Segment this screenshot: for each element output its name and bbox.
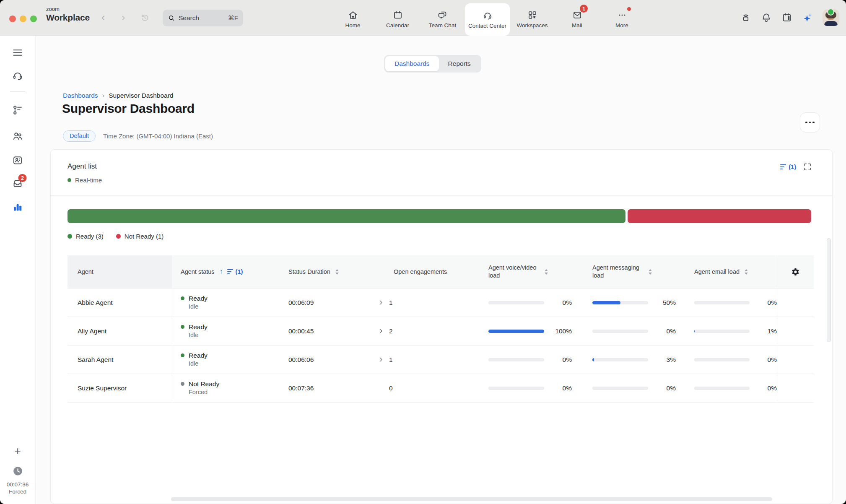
- sidebar-divider: [10, 91, 25, 92]
- search-shortcut: ⌘F: [228, 14, 238, 22]
- hamburger-menu-icon[interactable]: [12, 47, 23, 58]
- mail-icon: [572, 10, 582, 20]
- zoom-window-button[interactable]: [30, 16, 37, 22]
- nav-more[interactable]: More: [599, 3, 644, 35]
- timezone-label: Time Zone: (GMT-04:00) Indiana (East): [103, 132, 213, 140]
- widget-actions: (1): [780, 162, 812, 171]
- tab-dashboards[interactable]: Dashboards: [385, 56, 439, 71]
- expand-engagements-icon[interactable]: [378, 356, 384, 363]
- sort-ascending-icon[interactable]: ↑: [220, 268, 223, 275]
- breadcrumb: Dashboards › Supervisor Dashboard: [63, 91, 173, 100]
- widget-divider: [51, 195, 832, 196]
- status-column-filter[interactable]: (1): [227, 268, 243, 275]
- page-more-options-button[interactable]: [800, 112, 820, 132]
- nav-calendar[interactable]: Calendar: [375, 3, 420, 35]
- workspaces-icon: [527, 10, 537, 20]
- vertical-scrollbar[interactable]: [827, 238, 831, 342]
- agent-status-stacked-bar: [67, 209, 811, 223]
- sort-carets-icon[interactable]: [649, 269, 652, 275]
- voice-load-bar: 100%: [488, 327, 583, 335]
- col-voice-load[interactable]: Agent voice/video load: [488, 264, 540, 280]
- messaging-load-bar: 3%: [592, 356, 685, 364]
- nav-mail[interactable]: Mail 1: [555, 3, 599, 35]
- status-label: Forced: [9, 488, 26, 495]
- legend-not-ready: Not Ready (1): [116, 233, 163, 240]
- nav-contact-center[interactable]: Contact Center: [465, 3, 510, 36]
- default-badge: Default: [63, 130, 96, 142]
- history-icon[interactable]: [140, 13, 150, 24]
- notifications-bell-icon[interactable]: [761, 12, 772, 23]
- expand-engagements-icon[interactable]: [378, 328, 384, 334]
- col-status-duration[interactable]: Status Duration: [288, 268, 330, 276]
- sort-carets-icon[interactable]: [545, 269, 548, 275]
- status-timer-clock-icon[interactable]: [12, 465, 23, 478]
- widget-filter-button[interactable]: (1): [780, 164, 796, 170]
- voice-load-bar: 0%: [488, 356, 583, 364]
- sort-carets-icon[interactable]: [335, 269, 339, 275]
- sidebar-inbox-icon[interactable]: 2: [12, 177, 23, 189]
- main-nav: Home Calendar Team Chat Contact Center W…: [330, 0, 644, 35]
- room-device-icon[interactable]: [740, 12, 751, 23]
- table-row-ally-agent[interactable]: Ally Agent Ready Idle 00:00:45 2 100%: [67, 317, 814, 346]
- table-row-sarah-agent[interactable]: Sarah Agent Ready Idle 00:06:06 1 0%: [67, 346, 814, 374]
- status-dot-ready: [181, 353, 184, 357]
- back-arrow-icon[interactable]: ‹: [98, 11, 108, 24]
- nav-home[interactable]: Home: [330, 3, 375, 35]
- presence-dot: [827, 8, 834, 16]
- realtime-indicator: Real-time: [67, 177, 102, 184]
- add-icon[interactable]: +: [14, 445, 21, 456]
- ai-companion-icon[interactable]: [802, 12, 813, 23]
- horizontal-scrollbar[interactable]: [171, 497, 772, 501]
- sidebar-analytics-icon[interactable]: [12, 201, 23, 213]
- col-messaging-load[interactable]: Agent messaging load: [592, 264, 644, 280]
- sidebar-users-icon[interactable]: [12, 130, 23, 142]
- inbox-badge: 2: [18, 174, 27, 182]
- col-email-load[interactable]: Agent email load: [694, 268, 740, 276]
- calendar-panel-icon[interactable]: [781, 12, 792, 23]
- contact-center-icon: [483, 10, 493, 21]
- legend-not-ready-dot: [116, 234, 121, 239]
- legend-ready-dot: [67, 234, 72, 239]
- table-row-suzie-supervisor[interactable]: Suzie Supervisor Not Ready Forced 00:07:…: [67, 374, 814, 403]
- gear-icon: [791, 268, 800, 276]
- agent-table: Agent Agent status ↑ (1) Status Duration…: [67, 255, 814, 403]
- close-window-button[interactable]: [9, 16, 16, 22]
- page-title: Supervisor Dashboard: [62, 101, 195, 116]
- column-filter-icon: [227, 269, 233, 275]
- page-meta: Default Time Zone: (GMT-04:00) Indiana (…: [63, 130, 213, 142]
- messaging-load-bar: 0%: [592, 384, 685, 392]
- app-name: Workplace: [46, 13, 90, 22]
- titlebar: zoom Workplace ‹ › Search ⌘F Home Calend…: [0, 0, 846, 36]
- search-input[interactable]: Search ⌘F: [163, 10, 243, 26]
- breadcrumb-separator: ›: [102, 91, 105, 100]
- nav-workspaces[interactable]: Workspaces: [510, 3, 555, 35]
- not-ready-bar-segment: [628, 209, 812, 223]
- col-agent-status[interactable]: Agent status: [181, 268, 215, 276]
- sidebar-queues-icon[interactable]: [12, 104, 23, 116]
- col-agent[interactable]: Agent: [78, 268, 93, 276]
- sort-carets-icon[interactable]: [745, 269, 748, 275]
- expand-widget-button[interactable]: [803, 162, 812, 171]
- mail-badge: 1: [580, 5, 588, 13]
- filter-count: (1): [789, 164, 796, 170]
- search-icon: [168, 14, 175, 22]
- col-open-engagements[interactable]: Open engagements: [394, 268, 447, 276]
- status-dot-ready: [181, 296, 184, 300]
- legend-ready: Ready (3): [67, 233, 104, 240]
- breadcrumb-dashboards-link[interactable]: Dashboards: [63, 92, 98, 99]
- fullscreen-icon: [803, 162, 812, 171]
- table-settings-button[interactable]: [791, 268, 800, 276]
- minimize-window-button[interactable]: [20, 16, 26, 22]
- more-icon: [617, 10, 627, 20]
- table-row-abbie-agent[interactable]: Abbie Agent Ready Idle 00:06:09 1 0%: [67, 288, 814, 317]
- sidebar-contact-center-icon[interactable]: [12, 70, 23, 81]
- expand-engagements-icon[interactable]: [378, 299, 384, 306]
- email-load-bar: 0%: [694, 384, 777, 392]
- app-title: zoom Workplace: [46, 6, 90, 22]
- tab-reports[interactable]: Reports: [439, 56, 480, 71]
- forward-arrow-icon[interactable]: ›: [118, 11, 128, 24]
- nav-team-chat[interactable]: Team Chat: [420, 3, 465, 35]
- sidebar-contacts-card-icon[interactable]: [12, 155, 23, 166]
- search-placeholder: Search: [179, 14, 225, 22]
- window-controls: [9, 16, 37, 22]
